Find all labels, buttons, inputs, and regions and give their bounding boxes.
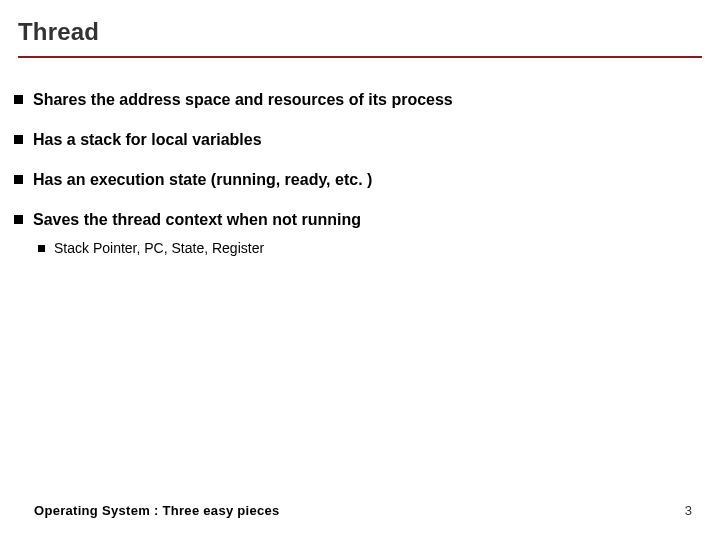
footer-title: Operating System : Three easy pieces	[34, 503, 280, 518]
bullet-text: Shares the address space and resources o…	[33, 90, 453, 110]
square-bullet-icon	[14, 215, 23, 224]
list-item: Has an execution state (running, ready, …	[14, 170, 706, 190]
list-item: Has a stack for local variables	[14, 130, 706, 150]
list-item: Shares the address space and resources o…	[14, 90, 706, 110]
title-area: Thread	[0, 0, 720, 68]
title-underline	[18, 56, 702, 58]
footer: Operating System : Three easy pieces 3	[0, 503, 720, 518]
sub-list-item: Stack Pointer, PC, State, Register	[38, 240, 706, 258]
sub-list: Stack Pointer, PC, State, Register	[14, 240, 706, 258]
square-bullet-icon	[14, 175, 23, 184]
slide-title: Thread	[18, 18, 702, 46]
content-area: Shares the address space and resources o…	[0, 68, 720, 258]
square-bullet-icon	[38, 245, 45, 252]
list-item: Saves the thread context when not runnin…	[14, 210, 706, 230]
sub-bullet-text: Stack Pointer, PC, State, Register	[54, 240, 264, 258]
page-number: 3	[685, 503, 692, 518]
bullet-text: Saves the thread context when not runnin…	[33, 210, 361, 230]
bullet-text: Has an execution state (running, ready, …	[33, 170, 372, 190]
square-bullet-icon	[14, 95, 23, 104]
bullet-text: Has a stack for local variables	[33, 130, 262, 150]
square-bullet-icon	[14, 135, 23, 144]
